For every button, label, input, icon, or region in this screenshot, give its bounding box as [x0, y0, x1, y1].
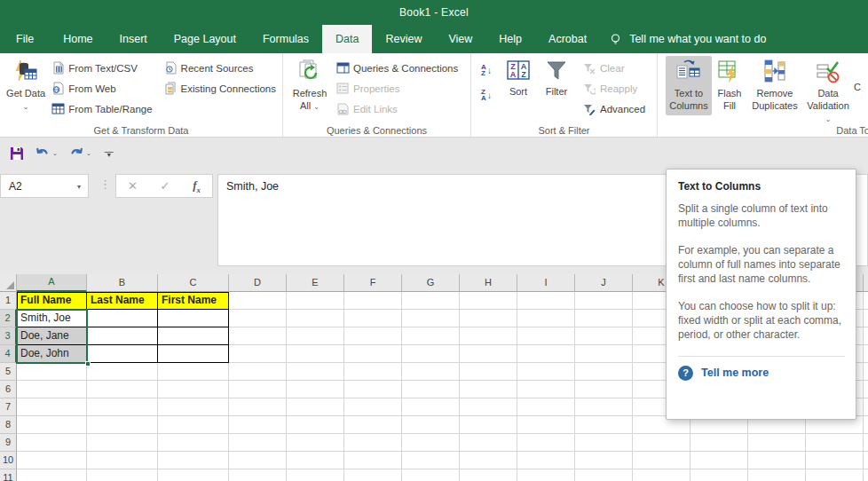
- cell-I5[interactable]: [517, 363, 575, 381]
- select-all-corner[interactable]: [0, 274, 17, 292]
- cell-G1[interactable]: [402, 292, 460, 310]
- cell-B3[interactable]: [87, 327, 158, 345]
- cell-E11[interactable]: [287, 469, 344, 481]
- cell-E10[interactable]: [287, 452, 344, 469]
- row-header-1[interactable]: 1: [0, 292, 17, 310]
- cell-L10[interactable]: [690, 452, 748, 469]
- cell-J5[interactable]: [575, 363, 633, 381]
- cell-B5[interactable]: [87, 363, 158, 381]
- queries-connections-button[interactable]: Queries & Connections: [333, 59, 461, 77]
- cell-B11[interactable]: [87, 469, 158, 481]
- cell-J3[interactable]: [575, 327, 633, 345]
- properties-button[interactable]: Properties: [333, 79, 461, 98]
- cell-I8[interactable]: [517, 416, 575, 434]
- from-table-range-button[interactable]: From Table/Range: [48, 99, 154, 118]
- cell-G10[interactable]: [402, 452, 460, 469]
- cell-O5[interactable]: [864, 363, 868, 381]
- cell-C3[interactable]: [158, 327, 229, 345]
- cell-H7[interactable]: [460, 398, 517, 416]
- cell-H9[interactable]: [460, 434, 517, 452]
- col-header-D[interactable]: D: [229, 274, 287, 292]
- row-header-11[interactable]: 11: [0, 469, 17, 481]
- col-header-F[interactable]: F: [344, 274, 402, 292]
- cell-F2[interactable]: [344, 310, 402, 327]
- cell-I9[interactable]: [517, 434, 575, 452]
- cell-C11[interactable]: [158, 469, 229, 481]
- cell-B7[interactable]: [87, 398, 158, 416]
- cell-E2[interactable]: [287, 310, 344, 327]
- cell-B1[interactable]: Last Name: [87, 292, 158, 310]
- cell-E1[interactable]: [287, 292, 344, 310]
- cell-N11[interactable]: [806, 469, 864, 481]
- cell-O11[interactable]: [864, 469, 868, 481]
- cell-D8[interactable]: [229, 416, 287, 434]
- cell-F1[interactable]: [344, 292, 402, 310]
- cell-C8[interactable]: [158, 416, 229, 434]
- tab-data[interactable]: Data: [322, 25, 372, 53]
- row-header-10[interactable]: 10: [0, 452, 17, 469]
- cell-H4[interactable]: [460, 345, 517, 363]
- cell-D2[interactable]: [229, 310, 287, 327]
- cell-F11[interactable]: [344, 469, 402, 481]
- cell-D9[interactable]: [229, 434, 287, 452]
- cell-I4[interactable]: [517, 345, 575, 363]
- text-to-columns-button[interactable]: Text to Columns: [666, 56, 712, 115]
- cell-A3[interactable]: Doe, Jane: [17, 327, 87, 345]
- cell-I1[interactable]: [517, 292, 575, 310]
- cell-B8[interactable]: [87, 416, 158, 434]
- cell-H1[interactable]: [460, 292, 517, 310]
- cell-G2[interactable]: [402, 310, 460, 327]
- tab-file[interactable]: File: [0, 25, 50, 53]
- cell-O3[interactable]: [864, 327, 868, 345]
- refresh-all-button[interactable]: Refresh All ⌄: [287, 56, 333, 115]
- cell-C5[interactable]: [158, 363, 229, 381]
- tab-page-layout[interactable]: Page Layout: [161, 25, 249, 53]
- name-box-dropdown-icon[interactable]: ▾: [77, 183, 81, 191]
- cell-N10[interactable]: [806, 452, 864, 469]
- cell-J10[interactable]: [575, 452, 633, 469]
- cell-G5[interactable]: [402, 363, 460, 381]
- tab-help[interactable]: Help: [485, 25, 535, 53]
- cell-A5[interactable]: [17, 363, 87, 381]
- cell-I6[interactable]: [517, 381, 575, 398]
- cell-O9[interactable]: [864, 434, 868, 452]
- cell-J2[interactable]: [575, 310, 633, 327]
- cell-D3[interactable]: [229, 327, 287, 345]
- col-header-H[interactable]: H: [460, 274, 517, 292]
- active-cell-A2[interactable]: Smith, Joe: [17, 310, 87, 327]
- undo-dropdown-caret[interactable]: ⌄: [52, 150, 58, 157]
- col-header-A[interactable]: A: [17, 274, 87, 292]
- cell-F3[interactable]: [344, 327, 402, 345]
- row-header-2[interactable]: 2: [0, 310, 17, 327]
- cell-G3[interactable]: [402, 327, 460, 345]
- cell-B6[interactable]: [87, 381, 158, 398]
- cell-G8[interactable]: [402, 416, 460, 434]
- cell-F7[interactable]: [344, 398, 402, 416]
- col-header-J[interactable]: J: [575, 274, 633, 292]
- redo-button[interactable]: ⌄: [66, 145, 94, 162]
- undo-button[interactable]: ⌄: [32, 145, 60, 162]
- cell-C9[interactable]: [158, 434, 229, 452]
- row-header-3[interactable]: 3: [0, 327, 17, 345]
- col-header-E[interactable]: E: [287, 274, 344, 292]
- tab-formulas[interactable]: Formulas: [249, 25, 322, 53]
- cell-I7[interactable]: [517, 398, 575, 416]
- cell-H5[interactable]: [460, 363, 517, 381]
- customize-qat-button[interactable]: —▾: [99, 150, 114, 157]
- cell-F8[interactable]: [344, 416, 402, 434]
- cell-L9[interactable]: [690, 434, 748, 452]
- remove-duplicates-button[interactable]: Remove Duplicates: [747, 56, 802, 115]
- cell-C10[interactable]: [158, 452, 229, 469]
- cell-I11[interactable]: [517, 469, 575, 481]
- cell-O2[interactable]: [864, 310, 868, 327]
- cell-I2[interactable]: [517, 310, 575, 327]
- cell-H10[interactable]: [460, 452, 517, 469]
- cell-H8[interactable]: [460, 416, 517, 434]
- insert-function-icon[interactable]: fx: [193, 178, 201, 194]
- cell-O7[interactable]: [864, 398, 868, 416]
- cell-C2[interactable]: [158, 310, 229, 327]
- cell-O1[interactable]: [864, 292, 868, 310]
- cell-B2[interactable]: [87, 310, 158, 327]
- col-header-O[interactable]: O: [864, 274, 868, 292]
- existing-connections-button[interactable]: Existing Connections: [161, 79, 279, 98]
